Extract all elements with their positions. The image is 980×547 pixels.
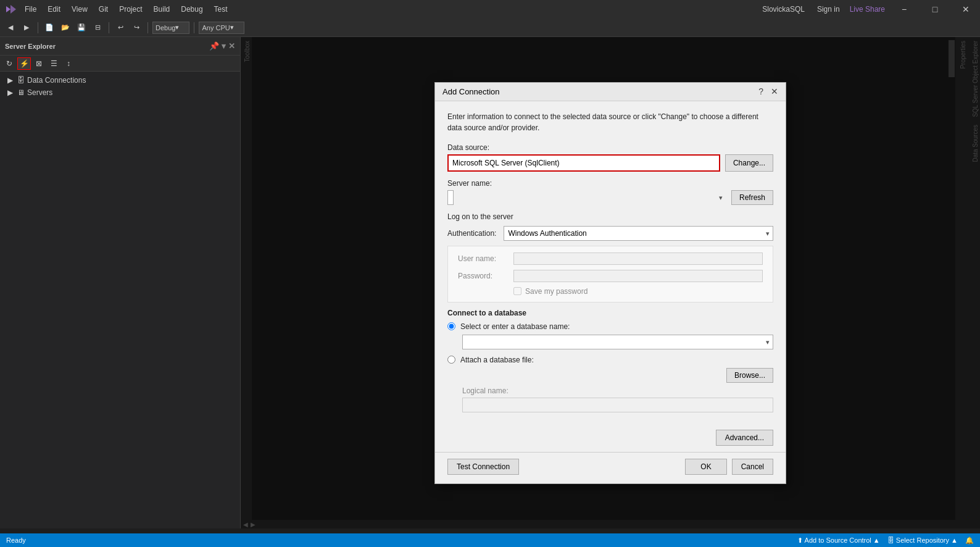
toolbar-open[interactable]: 📂 — [59, 21, 72, 35]
server-icon: 🖥 — [17, 88, 25, 97]
connect-btn[interactable]: ⚡ — [17, 57, 31, 70]
maximize-btn[interactable]: □ — [921, 0, 949, 19]
auth-row: Authentication: Windows Authentication S… — [447, 226, 773, 241]
advanced-button[interactable]: Advanced... — [716, 430, 773, 446]
debug-config-dropdown[interactable]: Debug ▾ — [152, 22, 189, 34]
auth-label: Authentication: — [447, 229, 496, 238]
change-button[interactable]: Change... — [725, 154, 773, 172]
select-db-radio[interactable] — [447, 322, 455, 330]
sign-in-btn[interactable]: Sign in — [812, 5, 845, 14]
select-repository[interactable]: 🗄 Select Repository ▲ — [887, 537, 958, 544]
title-bar-right: SlovickaSQL Sign in Live Share − □ ✕ — [757, 0, 980, 19]
live-share-btn[interactable]: Live Share — [847, 5, 887, 14]
server-explorer-panel: Server Explorer 📌 ▾ ✕ ↻ ⚡ ⊠ ☰ ↕ ▶ 🗄 Data… — [0, 37, 241, 528]
cancel-button[interactable]: Cancel — [732, 459, 773, 475]
toolbar-forward[interactable]: ▶ — [20, 21, 33, 35]
dialog-body: Enter information to connect to the sele… — [435, 101, 786, 425]
logical-name-input[interactable] — [462, 398, 773, 412]
toolbar-new-project[interactable]: 📄 — [43, 21, 56, 35]
attach-db-radio[interactable] — [447, 356, 455, 364]
menu-debug[interactable]: Debug — [176, 2, 207, 16]
connect-db-title: Connect to a database — [447, 309, 773, 317]
server-explorer-toolbar: ↻ ⚡ ⊠ ☰ ↕ — [0, 56, 240, 72]
password-input[interactable] — [513, 270, 763, 282]
auth-select[interactable]: Windows Authentication SQL Server Authen… — [504, 226, 773, 241]
minimize-btn[interactable]: − — [890, 0, 918, 19]
attach-db-label: Attach a database file: — [460, 356, 534, 364]
panel-header-icons: 📌 ▾ ✕ — [209, 41, 235, 51]
disconnect-btn[interactable]: ⊠ — [32, 57, 46, 70]
toolbar-separator-1 — [38, 22, 38, 33]
title-bar: File Edit View Git Project Build Debug T… — [0, 0, 980, 19]
save-password-checkbox[interactable] — [513, 287, 521, 295]
dialog-backdrop: Add Connection ? ✕ Enter information to … — [241, 37, 980, 528]
connect-db-section: Connect to a database Select or enter a … — [447, 309, 773, 412]
expand-btn[interactable]: ↕ — [62, 57, 75, 70]
logical-name-label: Logical name: — [462, 386, 773, 395]
add-to-source-control[interactable]: ⬆ Add to Source Control ▲ — [797, 537, 880, 545]
browse-button[interactable]: Browse... — [726, 368, 773, 383]
toolbar-save-all[interactable]: ⊟ — [91, 21, 104, 35]
expand-icon-servers: ▶ — [5, 88, 15, 97]
menu-build[interactable]: Build — [149, 2, 175, 16]
server-explorer-header: Server Explorer 📌 ▾ ✕ — [0, 37, 240, 56]
center-area: SQL Server Object Explorer Data Sources … — [241, 37, 980, 528]
data-source-label: Data source: — [447, 143, 773, 152]
username-row: User name: — [458, 253, 763, 265]
data-source-control-row: Change... — [447, 154, 773, 172]
pin-icon[interactable]: 📌 — [209, 41, 219, 51]
db-select-wrap — [462, 335, 773, 349]
menu-view[interactable]: View — [67, 2, 93, 16]
password-row: Password: — [458, 270, 763, 282]
logical-name-row: Logical name: — [462, 386, 773, 412]
db-select[interactable] — [462, 335, 773, 349]
notification-icon[interactable]: 🔔 — [965, 537, 974, 545]
dialog-title: Add Connection — [442, 87, 758, 96]
toolbar-separator-3 — [147, 22, 148, 33]
tree-data-connections[interactable]: ▶ 🗄 Data Connections — [0, 74, 240, 86]
select-db-radio-row: Select or enter a database name: — [447, 322, 773, 331]
toolbar-separator-4 — [194, 22, 194, 33]
dialog-titlebar-icons: ? ✕ — [758, 86, 778, 96]
toolbar-redo[interactable]: ↪ — [130, 21, 143, 35]
refresh-button[interactable]: Refresh — [731, 190, 773, 205]
menu-edit[interactable]: Edit — [43, 2, 65, 16]
close-panel-icon[interactable]: ✕ — [228, 41, 235, 51]
tree-item-label-servers: Servers — [27, 88, 52, 97]
toolbar-back[interactable]: ◀ — [4, 21, 17, 35]
dialog-close-icon[interactable]: ✕ — [771, 86, 778, 96]
refresh-tree-btn[interactable]: ↻ — [2, 57, 16, 70]
tree-servers[interactable]: ▶ 🖥 Servers — [0, 86, 240, 99]
platform-dropdown[interactable]: Any CPU ▾ — [199, 22, 244, 34]
toolbar-undo[interactable]: ↩ — [114, 21, 127, 35]
test-connection-button[interactable]: Test Connection — [447, 459, 519, 475]
data-source-input[interactable] — [449, 156, 719, 170]
advanced-row: Advanced... — [435, 425, 786, 446]
user-name: SlovickaSQL — [757, 5, 810, 14]
dialog-help-icon[interactable]: ? — [758, 86, 763, 96]
chevron-down-icon[interactable]: ▾ — [222, 41, 226, 51]
add-connection-dialog: Add Connection ? ✕ Enter information to … — [434, 82, 786, 484]
tree-item-label: Data Connections — [27, 76, 86, 85]
menu-file[interactable]: File — [20, 2, 41, 16]
server-name-label: Server name: — [447, 179, 773, 188]
dialog-description: Enter information to connect to the sele… — [447, 111, 773, 133]
ok-button[interactable]: OK — [685, 459, 726, 475]
server-name-select[interactable] — [447, 190, 454, 205]
toolbar: ◀ ▶ 📄 📂 💾 ⊟ ↩ ↪ Debug ▾ Any CPU ▾ — [0, 19, 980, 37]
toolbar-save[interactable]: 💾 — [75, 21, 88, 35]
filter-btn[interactable]: ☰ — [47, 57, 60, 70]
menu-project[interactable]: Project — [114, 2, 147, 16]
menu-git[interactable]: Git — [94, 2, 113, 16]
dialog-footer: Test Connection OK Cancel — [435, 452, 786, 483]
expand-icon: ▶ — [5, 76, 15, 85]
username-label: User name: — [458, 254, 513, 263]
status-right: ⬆ Add to Source Control ▲ 🗄 Select Repos… — [797, 537, 974, 545]
username-input[interactable] — [513, 253, 763, 265]
close-btn[interactable]: ✕ — [952, 0, 980, 19]
menu-bar: File Edit View Git Project Build Debug T… — [20, 2, 233, 16]
save-password-row: Save my password — [458, 287, 763, 296]
server-name-row: Server name: Refresh — [447, 179, 773, 205]
db-icon: 🗄 — [17, 76, 25, 85]
menu-test[interactable]: Test — [209, 2, 233, 16]
